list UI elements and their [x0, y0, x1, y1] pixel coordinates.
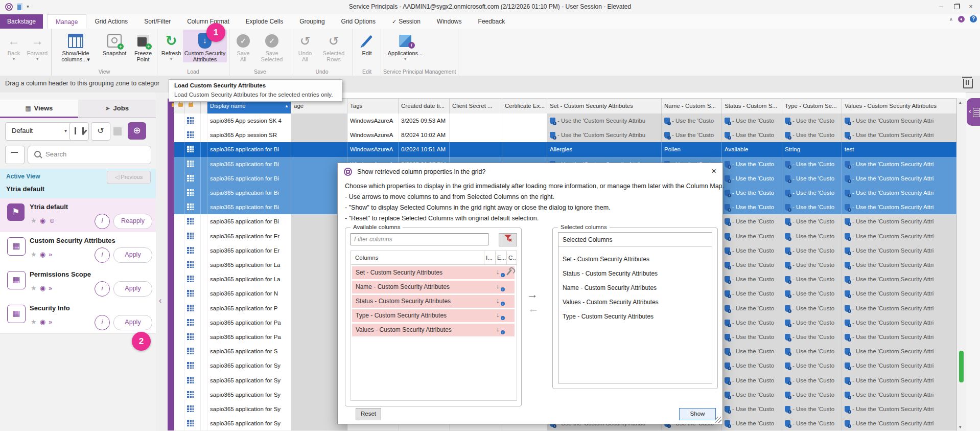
- cell-status[interactable]: - Use the 'Custo: [722, 128, 782, 142]
- selected-column-item[interactable]: Values - Custom Security Attributes: [563, 295, 706, 309]
- cell-name[interactable]: sapio365 application for Sy: [207, 358, 291, 373]
- view-card-ytria-default[interactable]: ⚑Ytria default★◉☺iReapply: [0, 198, 156, 233]
- edit-button[interactable]: Edit: [355, 30, 379, 56]
- cell-values[interactable]: - Use the 'Custom Security Attri: [842, 315, 956, 330]
- cell-status[interactable]: - Use the 'Custo: [722, 157, 782, 171]
- cell-set[interactable]: - Use the 'Custom Security Attribu: [547, 128, 662, 142]
- snapshot-button[interactable]: + Snapshot: [98, 30, 131, 56]
- cell-a[interactable]: [174, 315, 184, 330]
- column-header-client[interactable]: Client Secret ...: [450, 99, 502, 114]
- cell-values[interactable]: - Use the 'Custom Security Attri: [842, 186, 956, 200]
- cell-name[interactable]: sapio365 App session SK 4: [207, 114, 291, 128]
- tab-backstage[interactable]: Backstage: [0, 14, 43, 29]
- tab-views[interactable]: ▦Views: [0, 100, 78, 118]
- cell-ctype[interactable]: - Use the 'Custo: [782, 171, 842, 186]
- cell-values[interactable]: - Use the 'Custom Security Attri: [842, 301, 956, 315]
- cell-values[interactable]: - Use the 'Custom Security Attri: [842, 214, 956, 229]
- cell-b[interactable]: [201, 286, 207, 301]
- cell-values[interactable]: - Use the 'Custom Security Attri: [842, 200, 956, 214]
- cell-status[interactable]: - Use the 'Custo: [722, 229, 782, 243]
- cell-cert[interactable]: [502, 128, 547, 142]
- collapse-sidebar-icon[interactable]: ‹: [159, 296, 161, 305]
- available-column-row[interactable]: Status - Custom Security Attributes↓: [352, 295, 515, 308]
- cell-band[interactable]: [168, 388, 174, 402]
- cell-icon[interactable]: [184, 258, 201, 272]
- back-button[interactable]: ← Back▾: [2, 30, 26, 61]
- cell-page[interactable]: [291, 114, 347, 128]
- cell-name[interactable]: sapio365 application for Pa: [207, 315, 291, 330]
- available-column-row[interactable]: Name - Custom Security Attributes↓: [352, 281, 515, 293]
- reapply-view-button[interactable]: Reapply: [113, 214, 152, 229]
- cell-name[interactable]: sapio365 application for Bi: [207, 171, 291, 186]
- cell-icon[interactable]: [184, 286, 201, 301]
- cell-name[interactable]: sapio365 application for Pa: [207, 330, 291, 344]
- cell-name[interactable]: sapio365 application for Bi: [207, 186, 291, 200]
- cell-b[interactable]: [201, 388, 207, 402]
- column-map-button[interactable]: [69, 122, 89, 141]
- cell-name[interactable]: sapio365 application for Sy: [207, 416, 291, 430]
- cell-icon[interactable]: [184, 214, 201, 229]
- cell-created[interactable]: 3/2025 09:53 AM: [399, 114, 450, 128]
- cell-values[interactable]: - Use the 'Custom Security Attri: [842, 344, 956, 358]
- cell-b[interactable]: [201, 114, 207, 128]
- cell-b[interactable]: [201, 171, 207, 186]
- chevrons-icon[interactable]: »: [49, 318, 55, 326]
- cell-values[interactable]: test: [842, 142, 956, 156]
- cell-name[interactable]: sapio365 application for Bi: [207, 200, 291, 214]
- cell-status[interactable]: - Use the 'Custo: [722, 243, 782, 258]
- cell-cert[interactable]: [502, 142, 547, 156]
- clear-filter-button[interactable]: [499, 233, 517, 246]
- cell-status[interactable]: - Use the 'Custo: [722, 258, 782, 272]
- view-card-permissions-scope[interactable]: ▦Permissions Scope★◉»iApply: [0, 266, 156, 300]
- cell-icon[interactable]: [184, 315, 201, 330]
- cell-ctype[interactable]: - Use the 'Custo: [782, 157, 842, 171]
- cell-status[interactable]: - Use the 'Custo: [722, 344, 782, 358]
- cell-set[interactable]: - Use the 'Custom Security Attribu: [547, 114, 662, 128]
- cell-status[interactable]: - Use the 'Custo: [722, 214, 782, 229]
- cell-icon[interactable]: [184, 157, 201, 171]
- filter-columns-input[interactable]: Filter columns: [351, 233, 488, 245]
- cell-band[interactable]: [168, 157, 174, 171]
- cell-tags[interactable]: WindowsAzureA: [347, 114, 399, 128]
- cell-status[interactable]: - Use the 'Custo: [722, 373, 782, 388]
- cell-band[interactable]: [168, 243, 174, 258]
- cell-status[interactable]: - Use the 'Custo: [722, 416, 782, 430]
- cell-name[interactable]: sapio365 application for Er: [207, 243, 291, 258]
- tab-feedback[interactable]: Feedback: [470, 14, 514, 29]
- cell-b[interactable]: [201, 229, 207, 243]
- cell-status[interactable]: - Use the 'Custo: [722, 114, 782, 128]
- cell-icon[interactable]: [184, 344, 201, 358]
- cell-a[interactable]: [174, 330, 184, 344]
- cell-band[interactable]: [168, 186, 174, 200]
- chevrons-icon[interactable]: »: [49, 284, 55, 292]
- scrollbar-thumb[interactable]: [959, 351, 964, 382]
- cell-a[interactable]: [174, 186, 184, 200]
- apply-view-button[interactable]: Apply: [113, 247, 152, 263]
- show-button[interactable]: Show: [679, 408, 716, 420]
- cell-values[interactable]: - Use the 'Custom Security Attri: [842, 157, 956, 171]
- view-info-button[interactable]: i: [95, 214, 110, 229]
- cell-values[interactable]: - Use the 'Custom Security Attri: [842, 272, 956, 286]
- cell-name[interactable]: sapio365 application for Sy: [207, 388, 291, 402]
- cell-ctype[interactable]: - Use the 'Custo: [782, 258, 842, 272]
- cell-b[interactable]: [201, 402, 207, 416]
- cell-values[interactable]: - Use the 'Custom Security Attri: [842, 229, 956, 243]
- cell-band[interactable]: [168, 128, 174, 142]
- cell-a[interactable]: [174, 301, 184, 315]
- cell-status[interactable]: - Use the 'Custo: [722, 388, 782, 402]
- available-column-row[interactable]: Set - Custom Security Attributes↓: [352, 266, 515, 279]
- cell-name[interactable]: sapio365 application for Bi: [207, 142, 291, 156]
- cell-icon[interactable]: [184, 114, 201, 128]
- chevrons-icon[interactable]: »: [49, 251, 55, 258]
- apply-view-button[interactable]: Apply: [113, 281, 152, 297]
- tab-manage[interactable]: Manage: [47, 14, 86, 29]
- cell-ctype[interactable]: - Use the 'Custo: [782, 344, 842, 358]
- ytria-icon[interactable]: ◉: [40, 251, 49, 258]
- cell-icon[interactable]: [184, 416, 201, 430]
- collapse-ribbon-icon[interactable]: ∧: [949, 16, 953, 22]
- cell-values[interactable]: - Use the 'Custom Security Attri: [842, 243, 956, 258]
- cell-a[interactable]: [174, 200, 184, 214]
- cell-band[interactable]: [168, 272, 174, 286]
- cell-icon[interactable]: [184, 301, 201, 315]
- cell-ctype[interactable]: - Use the 'Custo: [782, 315, 842, 330]
